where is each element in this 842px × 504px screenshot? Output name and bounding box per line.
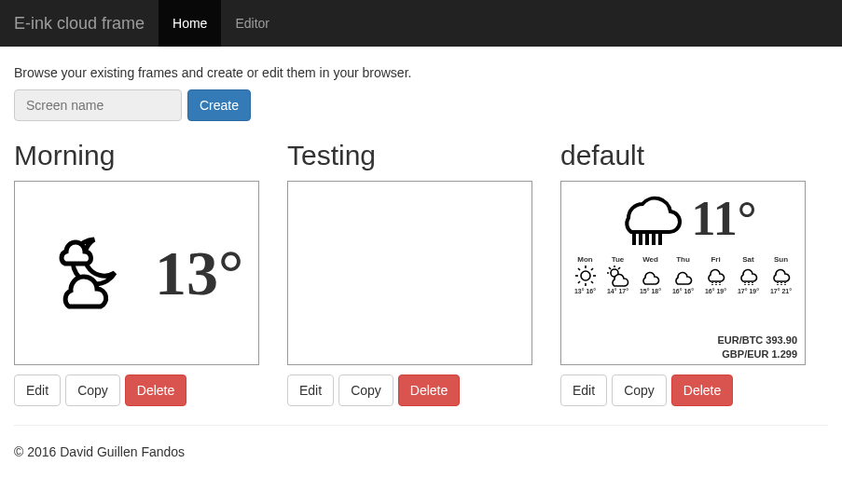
svg-line-18 bbox=[618, 267, 620, 269]
forecast-range: 16° 19° bbox=[705, 288, 726, 294]
exchange-rates: EUR/BTC 393.90 GBP/EUR 1.299 bbox=[717, 334, 797, 361]
create-form: Create bbox=[14, 89, 828, 121]
forecast-range: 15° 18° bbox=[640, 288, 661, 294]
forecast-day: Tue 14° 17° bbox=[606, 255, 630, 294]
forecast-day-label: Mon bbox=[577, 255, 592, 264]
svg-line-12 bbox=[591, 268, 593, 270]
footer: © 2016 David Guillen Fandos bbox=[0, 444, 842, 486]
frame-actions: Edit Copy Delete bbox=[14, 375, 259, 406]
rate-line: EUR/BTC 393.90 bbox=[717, 334, 797, 347]
night-cloudy-icon bbox=[43, 225, 136, 321]
frame-title: default bbox=[560, 140, 806, 171]
svg-point-5 bbox=[581, 271, 590, 280]
forecast-range: 16° 16° bbox=[672, 288, 694, 294]
temperature-value: 13° bbox=[155, 237, 243, 310]
rain-icon bbox=[769, 265, 794, 287]
sun-icon bbox=[573, 265, 598, 287]
frames-list: Morning 13° bbox=[14, 140, 828, 406]
frame-card: Morning 13° bbox=[14, 140, 259, 406]
frame-preview bbox=[287, 181, 532, 365]
rain-icon bbox=[737, 265, 761, 287]
edit-button[interactable]: Edit bbox=[14, 375, 61, 406]
copy-button[interactable]: Copy bbox=[612, 375, 667, 406]
create-button[interactable]: Create bbox=[187, 89, 251, 121]
svg-line-11 bbox=[591, 281, 593, 283]
forecast-day-label: Thu bbox=[676, 255, 690, 264]
forecast-day: Sat 17° 19° bbox=[737, 255, 761, 294]
rain-icon bbox=[704, 265, 728, 287]
screen-name-input[interactable] bbox=[14, 89, 182, 121]
edit-button[interactable]: Edit bbox=[287, 375, 334, 406]
navbar-brand: E-ink cloud frame bbox=[0, 0, 159, 47]
forecast-day: Sun 17° 21° bbox=[769, 255, 794, 294]
delete-button[interactable]: Delete bbox=[125, 375, 186, 406]
forecast-range: 17° 21° bbox=[770, 288, 792, 294]
footer-text: © 2016 David Guillen Fandos bbox=[14, 444, 828, 459]
forecast-day-label: Sun bbox=[774, 255, 788, 264]
temperature-value: 11° bbox=[692, 191, 757, 246]
forecast-range: 14° 17° bbox=[607, 288, 628, 294]
svg-line-13 bbox=[578, 281, 580, 283]
forecast-row: Mon 13° 16° Tue bbox=[569, 255, 797, 294]
frame-actions: Edit Copy Delete bbox=[560, 375, 806, 406]
nav-item-home[interactable]: Home bbox=[159, 0, 221, 47]
cloud-icon bbox=[671, 265, 696, 287]
rain-icon bbox=[610, 185, 683, 252]
forecast-range: 13° 16° bbox=[574, 288, 596, 294]
nav-item-editor[interactable]: Editor bbox=[221, 0, 283, 47]
edit-button[interactable]: Edit bbox=[560, 375, 607, 406]
page-description: Browse your existing frames and create o… bbox=[14, 65, 828, 80]
nav-link-home[interactable]: Home bbox=[159, 0, 221, 47]
partly-cloudy-icon bbox=[606, 265, 630, 287]
forecast-day-label: Fri bbox=[711, 255, 720, 264]
navbar: E-ink cloud frame Home Editor bbox=[0, 0, 842, 47]
copy-button[interactable]: Copy bbox=[65, 375, 120, 406]
copy-button[interactable]: Copy bbox=[338, 375, 393, 406]
rate-line: GBP/EUR 1.299 bbox=[717, 347, 797, 361]
frame-preview: 11° Mon 13° 16° bbox=[560, 181, 806, 365]
divider bbox=[14, 425, 828, 426]
forecast-day: Fri 16° 19° bbox=[704, 255, 728, 294]
frame-title: Testing bbox=[287, 140, 532, 171]
forecast-day-label: Wed bbox=[642, 255, 658, 264]
forecast-day: Wed 15° 18° bbox=[639, 255, 663, 294]
forecast-day-label: Sat bbox=[742, 255, 753, 264]
forecast-range: 17° 19° bbox=[738, 288, 759, 294]
frame-title: Morning bbox=[14, 140, 259, 171]
navbar-nav: Home Editor bbox=[159, 0, 283, 47]
frame-preview: 13° bbox=[14, 181, 259, 365]
frame-card: Testing Edit Copy Delete bbox=[287, 140, 532, 406]
delete-button[interactable]: Delete bbox=[398, 375, 460, 406]
forecast-day: Mon 13° 16° bbox=[573, 255, 598, 294]
frame-card: default bbox=[560, 140, 806, 406]
frame-actions: Edit Copy Delete bbox=[287, 375, 532, 406]
delete-button[interactable]: Delete bbox=[671, 375, 733, 406]
cloud-icon bbox=[639, 265, 663, 287]
svg-line-17 bbox=[609, 267, 611, 269]
svg-line-10 bbox=[578, 268, 580, 270]
nav-link-editor[interactable]: Editor bbox=[221, 0, 283, 47]
forecast-day-label: Tue bbox=[612, 255, 625, 264]
forecast-day: Thu 16° 16° bbox=[671, 255, 696, 294]
